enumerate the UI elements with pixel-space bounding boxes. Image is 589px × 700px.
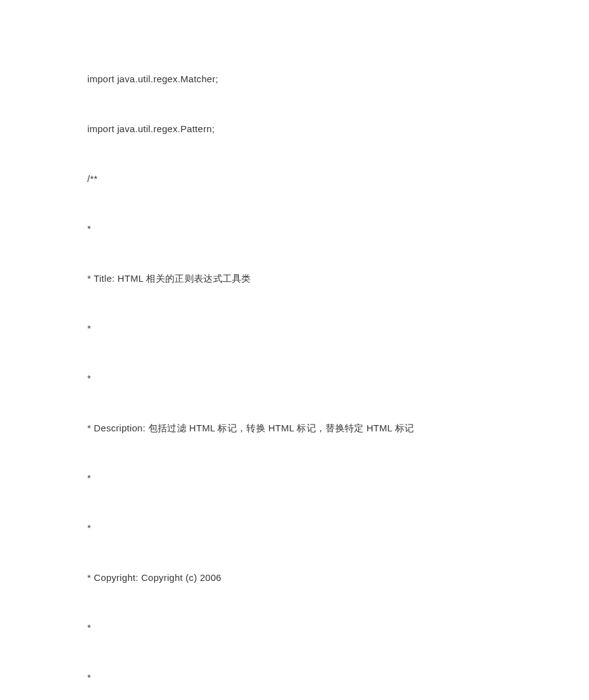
code-line: * [87, 321, 502, 336]
code-line: import java.util.regex.Pattern; [87, 122, 502, 137]
code-line: * [87, 371, 502, 386]
code-line: * [87, 221, 502, 236]
code-line: * Title: HTML 相关的正则表达式工具类 [87, 271, 502, 286]
code-line: * [87, 620, 502, 635]
code-line: * Description: 包括过滤 HTML 标记，转换 HTML 标记，替… [87, 421, 502, 436]
code-line: import java.util.regex.Matcher; [87, 72, 502, 87]
code-line: * [87, 520, 502, 535]
code-line: * Copyright: Copyright (c) 2006 [87, 570, 502, 585]
code-line: /** [87, 171, 502, 186]
code-line: * [87, 670, 502, 685]
code-line: * [87, 471, 502, 486]
